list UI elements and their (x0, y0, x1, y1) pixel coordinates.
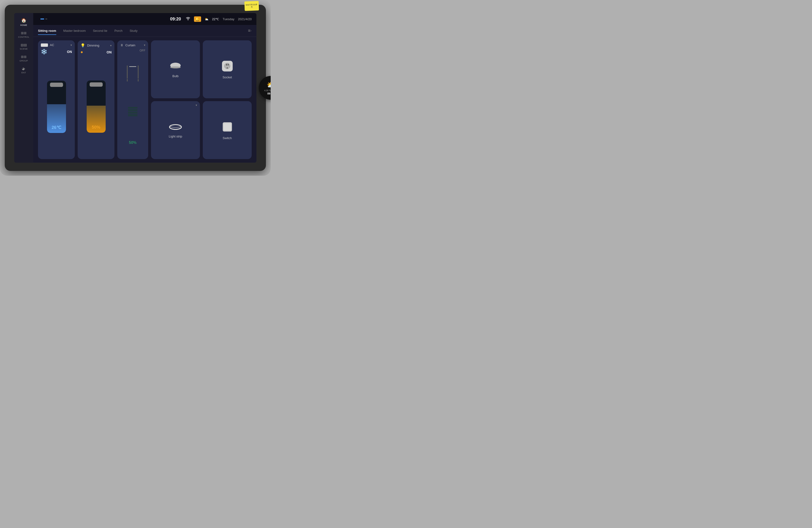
ac-slider-handle (50, 83, 63, 87)
slat-6 (128, 115, 137, 116)
svg-point-2 (170, 67, 181, 68)
curtain-rod-right (138, 65, 139, 78)
dimming-status-row: ● ON (81, 49, 112, 55)
switch-label: Switch (223, 136, 232, 140)
sidebar-item-scene[interactable]: ▤▤ SCENE (14, 41, 33, 53)
ac-slider[interactable]: 26℃ (47, 81, 66, 133)
sidebar-item-ent[interactable]: ◕· ENT (14, 64, 33, 76)
sticker-label: 贴纸示意仅供参考 (244, 1, 259, 11)
bulb-icon-container (168, 61, 183, 72)
dim-slider-handle (89, 83, 103, 87)
curtain-header: Curtain ▾ (120, 43, 145, 47)
dimming-slider[interactable]: 50% (87, 80, 106, 133)
sidebar-home-label: HOME (20, 24, 27, 26)
tab-study[interactable]: Study (130, 28, 137, 34)
weather-widget-icon: ⛅ (267, 81, 271, 89)
screen: 🏠 HOME ⊞⊞ CONTROL ▤▤ SCENE ⊞⊞ GROUP ◕· E… (14, 13, 257, 163)
dim-percent-value: 50% (92, 125, 100, 130)
ent-icon: ◕· (22, 67, 26, 71)
slat-2 (128, 109, 137, 109)
curtain-right (138, 65, 139, 82)
ac-status: ON (67, 50, 72, 54)
sidebar-item-control[interactable]: ⊞⊞ CONTROL (14, 29, 33, 41)
curtain-status: OFF (120, 49, 145, 52)
svg-rect-5 (226, 64, 227, 65)
curtain-bottom-left (127, 79, 128, 82)
dimming-card[interactable]: 💡 Dimming ▾ ● ON 50% (78, 40, 114, 159)
switch-tile[interactable]: Switch (203, 101, 252, 159)
ac-chevron: ▾ (71, 43, 72, 47)
lightstrip-svg (168, 122, 183, 132)
ac-snowflake-icon: ❄️ (41, 49, 47, 55)
indicator-active (40, 18, 44, 19)
ac-icon (41, 43, 48, 47)
weather-widget: ⛅ 4.20 Tuesday 09:20 (259, 76, 271, 100)
sidebar-item-group[interactable]: ⊞⊞ GROUP (14, 53, 33, 64)
socket-icon-container (221, 60, 234, 74)
tab-sitting-room[interactable]: Sitting room (38, 28, 56, 34)
curtain-left (127, 65, 128, 82)
curtain-rod-left (127, 65, 128, 78)
wifi-icon (186, 17, 190, 21)
lightstrip-chevron: ▾ (195, 103, 197, 107)
curtain-rail (129, 66, 136, 67)
ac-status-row: ❄️ ON (41, 49, 72, 55)
sidebar-control-label: CONTROL (18, 36, 29, 38)
slat-1 (128, 107, 137, 108)
switch-svg (221, 120, 234, 133)
dimming-title: Dimming (87, 44, 108, 47)
curtain-percent-value: 50% (129, 141, 136, 145)
curtain-slats-visual (128, 107, 137, 116)
ac-temp-value: 26℃ (52, 125, 61, 130)
indicator-inactive (45, 18, 47, 19)
bulb-icon: 💡 (81, 43, 85, 48)
lightstrip-icon-container (168, 122, 183, 133)
curtain-card[interactable]: Curtain ▾ OFF (117, 40, 148, 159)
sidebar-item-home[interactable]: 🏠 HOME (14, 15, 33, 29)
scene-icon: ▤▤ (21, 43, 27, 47)
bulb-tile[interactable]: Bulb (151, 40, 200, 98)
weather-widget-time: 09:20 (267, 92, 271, 95)
slat-5 (128, 114, 137, 114)
socket-label: Socket (222, 75, 232, 79)
home-icon: 🏠 (21, 18, 26, 23)
ac-card-header: AC ▾ (41, 43, 72, 47)
sidebar-group-label: GROUP (19, 60, 28, 62)
date-display: 2021/4/20 (238, 17, 252, 21)
sidebar-scene-label: SCENE (20, 48, 28, 50)
switch-icon-container (221, 120, 234, 134)
svg-rect-6 (228, 64, 229, 65)
smart-panel-device: 贴纸示意仅供参考 🏠 HOME ⊞⊞ CONTROL ▤▤ SCENE ⊞⊞ G… (5, 5, 266, 171)
clock: 09:20 (170, 17, 181, 21)
dimming-header: 💡 Dimming ▾ (81, 43, 112, 48)
curtain-top-visual (127, 65, 139, 82)
bulb-svg (168, 61, 183, 72)
weather-widget-date: 4.20 Tuesday (264, 89, 271, 92)
tiles-grid: Bulb Socket (151, 40, 252, 159)
control-icon: ⊞⊞ (21, 31, 27, 35)
dim-fill: 50% (87, 106, 106, 133)
dimming-slider-area: 50% (81, 57, 112, 156)
sidebar: 🏠 HOME ⊞⊞ CONTROL ▤▤ SCENE ⊞⊞ GROUP ◕· E… (14, 13, 33, 163)
device-grid: AC ▾ ❄️ ON 26℃ (33, 37, 257, 163)
lightstrip-tile[interactable]: ▾ Light strip (151, 101, 200, 159)
curtain-icon (120, 43, 124, 47)
notification-icon: 🔔 (194, 16, 201, 22)
day-display: Tuesday (223, 17, 234, 21)
ac-fill: 26℃ (47, 104, 66, 133)
topbar: 09:20 🔔 ⛅ 22℃ Tuesday (33, 13, 257, 25)
dimming-status: ON (106, 50, 112, 54)
ac-card[interactable]: AC ▾ ❄️ ON 26℃ (38, 40, 75, 159)
more-options-button[interactable]: ≡· (248, 28, 252, 33)
curtain-bottom-right (138, 79, 139, 82)
curtain-visual: 50% (120, 54, 145, 156)
temperature-display: 22℃ (212, 17, 219, 21)
topbar-info: 🔔 ⛅ 22℃ Tuesday 2021/4/20 (186, 16, 252, 22)
slat-4 (128, 112, 137, 113)
slat-3 (128, 111, 137, 111)
socket-tile[interactable]: Socket (203, 40, 252, 98)
tab-master-bedroom[interactable]: Master bedroom (63, 28, 86, 34)
tab-second-lie[interactable]: Second lie (93, 28, 107, 34)
ac-title: AC (50, 43, 69, 47)
tab-porch[interactable]: Porch (114, 28, 122, 34)
